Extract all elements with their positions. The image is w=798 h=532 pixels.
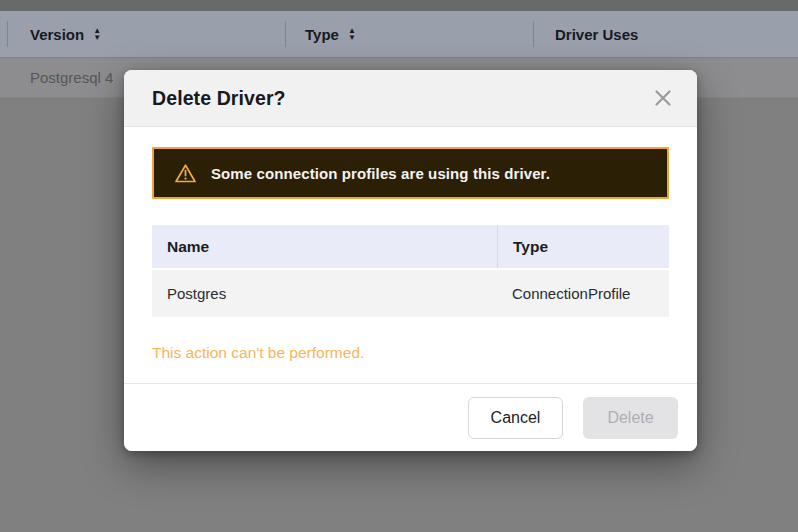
row-cell-type: ConnectionProfile — [497, 270, 669, 317]
dialog-body: Some connection profiles are using this … — [124, 147, 697, 362]
delete-driver-dialog: Delete Driver? Some connection profiles … — [124, 70, 697, 451]
column-header-type: Type ▲ ▼ — [305, 11, 356, 57]
warning-banner: Some connection profiles are using this … — [152, 147, 669, 199]
delete-button[interactable]: Delete — [583, 397, 678, 439]
column-header-label: Version — [30, 26, 84, 43]
column-header-label: Driver Uses — [555, 26, 638, 43]
background-top-strip — [0, 0, 798, 11]
column-divider — [533, 21, 534, 47]
dependents-table: Name Type Postgres ConnectionProfile — [152, 225, 669, 317]
column-divider — [285, 21, 286, 47]
dialog-footer: Cancel Delete — [124, 383, 697, 451]
dialog-header: Delete Driver? — [124, 70, 697, 127]
dialog-title: Delete Driver? — [152, 87, 286, 110]
column-header-version: Version ▲ ▼ — [30, 11, 101, 57]
cancel-button[interactable]: Cancel — [468, 397, 563, 439]
error-message: This action can't be performed. — [152, 344, 669, 362]
sort-icon: ▲ ▼ — [93, 27, 101, 41]
column-header-driver-uses: Driver Uses — [555, 11, 638, 57]
column-divider — [7, 21, 8, 47]
warning-triangle-icon — [174, 163, 197, 184]
driver-row-label: Postgresql 4 — [30, 69, 113, 86]
column-header-label: Type — [305, 26, 339, 43]
table-row: Postgres ConnectionProfile — [152, 270, 669, 317]
screen: Version ▲ ▼ Type ▲ ▼ Driver Uses Postgre… — [0, 0, 798, 532]
sort-icon: ▲ ▼ — [348, 27, 356, 41]
dependents-table-header: Name Type — [152, 225, 669, 268]
row-cell-name: Postgres — [152, 270, 497, 317]
background-table-header: Version ▲ ▼ Type ▲ ▼ Driver Uses — [0, 11, 798, 58]
warning-banner-text: Some connection profiles are using this … — [211, 165, 550, 182]
header-cell-name: Name — [152, 225, 497, 268]
header-cell-type: Type — [497, 225, 669, 268]
close-button[interactable] — [649, 84, 677, 112]
close-icon — [652, 87, 674, 109]
